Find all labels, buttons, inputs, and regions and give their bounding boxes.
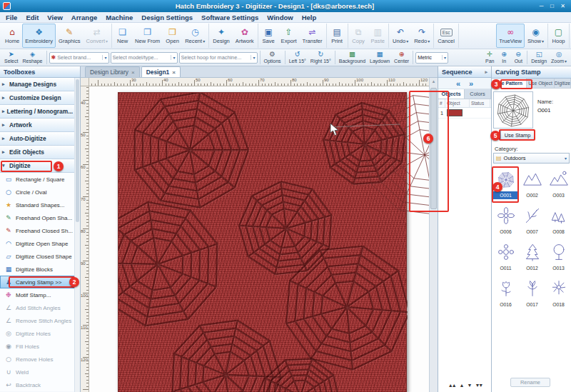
- tab-colors[interactable]: Colors: [465, 89, 491, 99]
- toolbox-section-artwork[interactable]: ▸Artwork: [0, 119, 75, 132]
- units-dropdown[interactable]: Metric▾: [415, 52, 448, 64]
- reshape-button[interactable]: ◈Reshape: [20, 51, 44, 65]
- copy-button[interactable]: ⧉Copy: [349, 24, 368, 48]
- chevron-down-icon[interactable]: ▾: [102, 55, 106, 60]
- background-button[interactable]: ▩Background: [337, 51, 368, 65]
- menu-help[interactable]: Help: [298, 14, 321, 21]
- new-button[interactable]: ❏New: [113, 24, 132, 48]
- tool-backtrack[interactable]: ↩Backtrack: [0, 378, 75, 391]
- tool-remove-holes[interactable]: ○Remove Holes: [0, 353, 75, 366]
- toolbox-section-lettering-monogram[interactable]: ▸Lettering / Monogram...: [0, 105, 75, 119]
- pattern-O017[interactable]: O017: [520, 276, 545, 310]
- tool-digitize-open-shape[interactable]: ◠Digitize Open Shape: [0, 237, 75, 250]
- tool-standard-shapes[interactable]: ★Standard Shapes...: [0, 198, 75, 211]
- chevron-down-icon[interactable]: ▾: [251, 55, 255, 60]
- tool-remove-stitch-angles[interactable]: ∠Remove Stitch Angles: [0, 314, 75, 327]
- chevron-down-icon[interactable]: ▾: [171, 55, 175, 60]
- graphics-button[interactable]: ✎Graphics: [56, 24, 83, 48]
- toolbox-section-auto-digitize[interactable]: ▸Auto-Digitize: [0, 132, 75, 146]
- transfer-button[interactable]: ⇌Transfer: [300, 24, 325, 48]
- tab-use-object[interactable]: Use Object: [527, 79, 555, 88]
- use-stamp-button[interactable]: Use Stamp: [500, 130, 535, 140]
- zoom-design-button[interactable]: ◱Design: [529, 51, 549, 65]
- tool-rectangle-square[interactable]: ▭Rectangle / Square: [0, 173, 75, 186]
- sequence-prev-button[interactable]: «: [456, 79, 460, 88]
- pattern-O003[interactable]: O003: [546, 167, 571, 201]
- tab-objects[interactable]: Objects: [438, 89, 465, 99]
- menu-file[interactable]: File: [1, 14, 21, 21]
- hoop-machine-dropdown[interactable]: Select hoop for machine...▾: [179, 52, 258, 64]
- brand-dropdown[interactable]: ✱Select brand...▾: [49, 52, 109, 64]
- pattern-O018[interactable]: O018: [546, 276, 571, 310]
- redo-button[interactable]: ↷Redo▾: [411, 24, 433, 48]
- sequence-row[interactable]: 1: [438, 108, 491, 119]
- menu-view[interactable]: View: [43, 14, 66, 21]
- tool-freehand-closed-sh[interactable]: ✎Freehand Closed Sh...: [0, 224, 75, 237]
- toolbox-scrollbar[interactable]: [74, 78, 80, 392]
- undo-button[interactable]: ↶Undo▾: [390, 24, 411, 48]
- rotate-right-15-button[interactable]: ↻Right 15°: [308, 51, 333, 65]
- minimize-button[interactable]: ─: [536, 3, 547, 9]
- category-dropdown[interactable]: ▤ Outdoors ▾: [493, 153, 570, 164]
- pattern-O001[interactable]: O001: [493, 167, 518, 201]
- export-button[interactable]: ⇧Export: [278, 24, 300, 48]
- design-canvas[interactable]: [89, 86, 429, 392]
- toolbox-scroll-thumb[interactable]: [76, 79, 79, 222]
- maximize-button[interactable]: □: [547, 3, 557, 9]
- menu-machine[interactable]: Machine: [101, 14, 137, 21]
- move-to-bottom-button[interactable]: ▼▼: [475, 383, 482, 388]
- model-dropdown[interactable]: Select model/type...▾: [111, 52, 178, 64]
- zoom-button[interactable]: ◎Zoom▾: [549, 51, 569, 65]
- panel-pin-icon[interactable]: ▸: [485, 69, 487, 75]
- pattern-O011[interactable]: O011: [493, 240, 518, 273]
- options-button[interactable]: ⚙Options: [262, 51, 283, 65]
- chevron-down-icon[interactable]: ▾: [442, 55, 446, 60]
- pattern-O002[interactable]: O002: [520, 167, 545, 201]
- tool-freehand-open-sha[interactable]: ✎Freehand Open Sha...: [0, 211, 75, 224]
- scroll-up-icon[interactable]: ▲: [430, 78, 438, 85]
- pan-button[interactable]: ✛Pan: [482, 51, 497, 65]
- tool-circle-oval[interactable]: ○Circle / Oval: [0, 186, 75, 198]
- pattern-O008[interactable]: O008: [546, 203, 571, 237]
- sequence-next-button[interactable]: »: [469, 79, 473, 88]
- rename-button[interactable]: Rename: [510, 378, 550, 387]
- paste-button[interactable]: ▥Paste: [368, 24, 388, 48]
- move-to-top-button[interactable]: ▲▲: [448, 383, 455, 388]
- toolbox-section-customize-design[interactable]: ▸Customize Design: [0, 91, 75, 105]
- tool-fill-holes[interactable]: ◉Fill Holes: [0, 340, 75, 353]
- pattern-O006[interactable]: O006: [493, 203, 518, 237]
- menu-edit[interactable]: Edit: [21, 14, 43, 21]
- tab-digitize[interactable]: Digitize: [555, 79, 571, 88]
- toolbox-section-digitize[interactable]: ▾Digitize: [0, 159, 75, 173]
- move-down-button[interactable]: ▼: [468, 383, 471, 388]
- center-button[interactable]: ⊕Center: [392, 51, 411, 65]
- zoom-in-button[interactable]: ⊕In: [497, 51, 511, 65]
- canvas-scroll-thumb[interactable]: [430, 88, 437, 209]
- show-button[interactable]: ◉Show▾: [525, 24, 547, 48]
- toolbox-section-manage-designs[interactable]: ▸Manage Designs: [0, 78, 75, 91]
- tool-motif-stamp[interactable]: ❉Motif Stamp...: [0, 288, 75, 301]
- artwork-button[interactable]: ✿Artwork: [233, 24, 257, 48]
- tool-add-stitch-angles[interactable]: ∠Add Stitch Angles: [0, 301, 75, 314]
- menu-design-settings[interactable]: Design Settings: [137, 14, 197, 21]
- design-button[interactable]: ✦Design: [210, 24, 233, 48]
- tool-weld[interactable]: ∪Weld: [0, 366, 75, 378]
- recent-button[interactable]: ◷Recent▾: [182, 24, 208, 48]
- menu-window[interactable]: Window: [263, 14, 297, 21]
- tab-use-pattern[interactable]: Use Pattern: [492, 79, 527, 88]
- new-from-button[interactable]: ❐New From: [132, 24, 163, 48]
- embroidery-button[interactable]: ❖Embroidery: [22, 24, 56, 48]
- tool-digitize-holes[interactable]: ◎Digitize Holes: [0, 327, 75, 340]
- rotate-left-15-button[interactable]: ↺Left 15°: [287, 51, 308, 65]
- chevron-down-icon[interactable]: ▾: [565, 156, 567, 161]
- close-button[interactable]: ✕: [557, 3, 568, 9]
- select-button[interactable]: ➤Select: [2, 51, 20, 65]
- tool-digitize-closed-shape[interactable]: ▱Digitize Closed Shape: [0, 250, 75, 263]
- close-icon[interactable]: ×: [131, 69, 135, 76]
- pattern-O007[interactable]: O007: [520, 203, 545, 237]
- pattern-O012[interactable]: O012: [520, 240, 545, 273]
- hoop-button[interactable]: ▢Hoop: [549, 24, 568, 48]
- cancel-button[interactable]: EscCancel: [435, 24, 458, 48]
- close-icon[interactable]: ×: [172, 69, 176, 76]
- laydown-button[interactable]: ▦Laydown: [368, 51, 392, 65]
